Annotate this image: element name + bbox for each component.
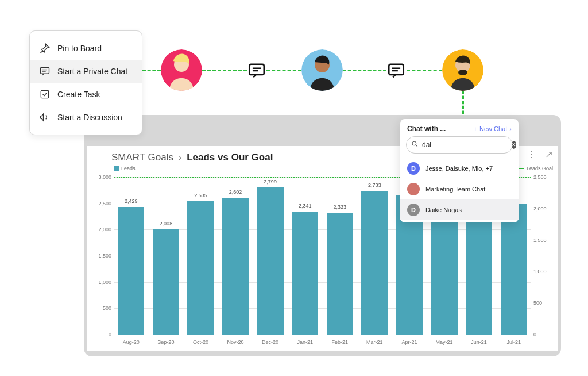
x-axis-label: Jan-21	[288, 339, 322, 345]
chart-bar[interactable]	[466, 204, 492, 335]
x-axis-label: Apr-21	[392, 339, 427, 345]
menu-label: Create Task	[57, 90, 100, 99]
chat-search-input[interactable]	[422, 141, 508, 149]
megaphone-icon	[39, 112, 51, 123]
y-axis-left-label: 500	[95, 305, 111, 311]
more-icon[interactable]: ⋮	[527, 151, 537, 161]
chat-search[interactable]: ✕	[406, 136, 513, 154]
legend-goal: Leads Goal	[516, 166, 553, 171]
chat-result-label: Jesse, Daisuke, Mio, +7	[425, 165, 493, 172]
connector	[142, 70, 161, 71]
connector	[343, 70, 386, 71]
chevron-right-icon: ›	[509, 125, 512, 132]
y-axis-left-label: 3,000	[95, 174, 111, 180]
chat-popup: Chat with ... + New Chat › ✕ DJesse, Dai…	[400, 119, 519, 222]
svg-rect-3	[41, 90, 48, 98]
chart-bar[interactable]: 2,341	[292, 212, 318, 335]
bar-value-label: 2,323	[327, 204, 353, 210]
avatar: D	[407, 204, 420, 216]
menu-create-task[interactable]: Create Task	[30, 83, 142, 106]
x-axis-label: Oct-20	[183, 339, 218, 345]
y-axis-right-label: 0	[533, 332, 550, 337]
legend-label: Leads	[121, 166, 136, 171]
y-axis-right-label: 2,000	[533, 206, 550, 212]
chart-bar[interactable]: 2,799	[257, 187, 284, 335]
chart-bar[interactable]: 2,323	[327, 213, 353, 335]
x-axis-label: Mar-21	[357, 339, 392, 345]
y-axis-left-label: 2,500	[95, 201, 111, 206]
x-axis-label: Aug-20	[114, 339, 148, 345]
chart-bar[interactable]: 2,602	[222, 198, 249, 335]
breadcrumb-current: Leads vs Our Goal	[187, 152, 273, 163]
chart-bar[interactable]	[501, 204, 527, 335]
chart-bar[interactable]: 2,535	[187, 201, 214, 335]
x-axis-label: Sep-20	[149, 339, 183, 345]
expand-icon[interactable]	[545, 151, 553, 161]
new-chat-button[interactable]: + New Chat ›	[474, 125, 512, 132]
connector	[266, 70, 301, 71]
chat-result-item[interactable]: DJesse, Daisuke, Mio, +7	[400, 158, 519, 179]
avatar-user-1[interactable]	[161, 49, 202, 91]
chat-result-item[interactable]: DDaike Nagas	[400, 199, 519, 220]
menu-label: Start a Discussion	[57, 113, 122, 122]
y-axis-right-label: 500	[533, 300, 550, 306]
y-axis-right-label: 2,500	[533, 174, 550, 180]
grid-line	[114, 335, 531, 335]
menu-label: Pin to Board	[57, 44, 102, 53]
svg-rect-0	[41, 67, 49, 74]
legend-leads: Leads	[114, 166, 136, 171]
chat-popup-title: Chat with ...	[407, 125, 446, 133]
bar-value-label: 2,008	[153, 221, 179, 227]
breadcrumb-parent[interactable]: SMART Goals	[111, 152, 173, 163]
menu-start-private-chat[interactable]: Start a Private Chat	[30, 60, 142, 83]
chart-bar[interactable]	[431, 204, 458, 335]
clear-search-icon[interactable]: ✕	[512, 141, 516, 149]
svg-rect-11	[249, 64, 264, 75]
search-icon	[411, 140, 419, 150]
menu-start-discussion[interactable]: Start a Discussion	[30, 106, 142, 129]
y-axis-right-label: 1,500	[533, 237, 550, 243]
bar-value-label: 2,429	[118, 198, 144, 204]
x-axis-label: Nov-20	[218, 339, 253, 345]
bar-value-label: 2,733	[361, 182, 388, 188]
svg-point-10	[458, 70, 467, 75]
menu-label: Start a Private Chat	[57, 67, 127, 76]
svg-point-17	[412, 141, 416, 145]
chart-bar[interactable]: 2,008	[153, 229, 179, 335]
svg-line-18	[416, 145, 417, 147]
y-axis-left-label: 1,000	[95, 279, 111, 285]
connector	[202, 70, 247, 71]
bar-value-label: 2,799	[257, 179, 284, 185]
x-axis-label: May-21	[427, 339, 462, 345]
breadcrumb: SMART Goals › Leads vs Our Goal	[111, 152, 273, 163]
chat-result-item[interactable]: Marketing Team Chat	[400, 179, 519, 199]
bar-value-label: 2,535	[187, 193, 214, 198]
chat-bubble-icon	[386, 61, 406, 80]
chat-result-label: Daike Nagas	[425, 206, 462, 213]
avatar-user-3[interactable]	[442, 49, 483, 91]
x-axis-label: Dec-20	[253, 339, 288, 345]
pin-icon	[39, 43, 51, 54]
chat-icon	[39, 66, 51, 77]
x-axis-label: Jul-21	[497, 339, 531, 345]
y-axis-left-label: 1,500	[95, 253, 111, 259]
chat-result-label: Marketing Team Chat	[425, 186, 485, 193]
y-axis-left-label: 0	[95, 332, 111, 337]
avatar-user-2[interactable]	[301, 49, 343, 91]
y-axis-right-label: 1,000	[533, 268, 550, 274]
bar-value-label: 2,602	[222, 189, 249, 195]
y-axis-left-label: 2,000	[95, 227, 111, 232]
chart-bar[interactable]: 2,733	[361, 191, 388, 335]
breadcrumb-sep: ›	[179, 152, 182, 163]
x-axis-label: Feb-21	[323, 339, 357, 345]
context-menu: Pin to Board Start a Private Chat Create…	[29, 30, 142, 135]
menu-pin-to-board[interactable]: Pin to Board	[30, 37, 142, 60]
legend-label: Leads Goal	[527, 166, 553, 171]
task-icon	[39, 89, 51, 100]
connector	[407, 70, 442, 71]
new-chat-label: New Chat	[479, 125, 507, 132]
svg-rect-14	[389, 64, 404, 75]
chart-bar[interactable]: 2,429	[118, 207, 144, 335]
avatar: D	[407, 162, 420, 175]
bar-value-label: 2,341	[292, 203, 318, 209]
